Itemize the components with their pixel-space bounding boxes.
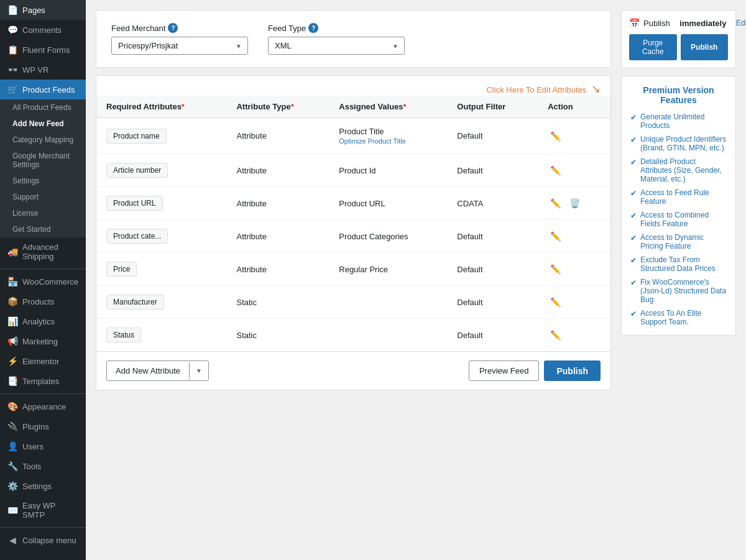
premium-feature-link-2[interactable]: Detailed Product Attributes (Size, Gende… [640, 157, 727, 183]
sidebar-item-advanced-shipping[interactable]: 🚚 Advanced Shipping [0, 237, 86, 266]
sidebar-item-support[interactable]: Support [0, 189, 86, 205]
attr-type-cell-manufacturer: Static [226, 286, 329, 319]
premium-feature-item: ✔ Access to Feed Rule Feature [630, 188, 727, 206]
sidebar-item-plugins[interactable]: 🔌 Plugins [0, 416, 86, 436]
sidebar-item-elementor[interactable]: ⚡ Elementor [0, 351, 86, 371]
premium-feature-link-4[interactable]: Access to Combined Fields Feature [640, 211, 727, 228]
premium-feature-link-7[interactable]: Fix WooCommerce's (Json-Ld) Structured D… [640, 278, 727, 304]
premium-feature-link-1[interactable]: Unique Product Identifiers (Brand, GTIN,… [640, 135, 727, 152]
edit-button-price[interactable]: ✏️ [548, 262, 563, 277]
sidebar-item-products[interactable]: 📦 Products [0, 291, 86, 311]
premium-feature-item: ✔ Unique Product Identifiers (Brand, GTI… [630, 135, 727, 152]
sidebar-item-settings-main[interactable]: ⚙️ Settings [0, 476, 86, 496]
users-icon: 👤 [7, 441, 17, 451]
sidebar-item-templates[interactable]: 📑 Templates [0, 371, 86, 391]
attr-name-cell-article-number: Article number [96, 154, 226, 187]
merchant-help-icon[interactable]: ? [168, 23, 178, 33]
edit-button-product-name[interactable]: ✏️ [548, 129, 563, 144]
sidebar-item-all-product-feeds[interactable]: All Product Feeds [0, 99, 86, 116]
edit-button-status[interactable]: ✏️ [548, 328, 563, 342]
output-filter-cell-product-category: Default [447, 220, 538, 253]
attr-name-cell-product-category: Product cate... [96, 220, 226, 253]
edit-button-manufacturer[interactable]: ✏️ [548, 295, 563, 310]
feed-type-select[interactable]: XML CSV TSV TXT [268, 37, 405, 55]
check-icon: ✔ [630, 234, 637, 242]
collapse-icon: ◀ [7, 535, 17, 545]
preview-feed-button[interactable]: Preview Feed [469, 360, 539, 381]
attr-type-cell-product-category: Attribute [226, 220, 329, 253]
attr-assigned-cell-product-name: Product Title Optimize Product Title [329, 118, 447, 154]
publish-card: 📅 Publish immediately Edit Purge Cache P… [621, 10, 736, 68]
edit-button-article-number[interactable]: ✏️ [548, 163, 563, 178]
premium-feature-link-0[interactable]: Generate Unlimited Products [640, 112, 727, 130]
sidebar-item-fluent-forms[interactable]: 📋 Fluent Forms [0, 40, 86, 60]
attr-name-badge-product-category: Product cate... [106, 229, 168, 244]
main-content: Feed Merchant ? Pricespy/Prisjkat Google… [86, 0, 746, 560]
assigned-value-product-category: Product Categories [339, 232, 408, 241]
sidebar-item-product-feeds[interactable]: 🛒 Product Feeds [0, 80, 86, 99]
sidebar-collapse-menu[interactable]: ◀ Collapse menu [0, 530, 86, 550]
comments-icon: 💬 [7, 25, 17, 35]
table-row: Article number Attribute Product Id Defa… [96, 154, 610, 187]
bottom-bar: Add New Attribute ▼ Preview Feed Publish [96, 351, 610, 390]
sidebar-label-appearance: Appearance [22, 402, 66, 411]
publish-edit-link[interactable]: Edit [736, 19, 746, 27]
publish-button[interactable]: Publish [544, 360, 601, 381]
add-attribute-main-button[interactable]: Add New Attribute [107, 361, 189, 380]
action-cell-product-url: ✏️ 🗑️ [538, 187, 610, 220]
sidebar-label-product-feeds: Product Feeds [22, 85, 75, 94]
sidebar-item-woocommerce[interactable]: 🏪 WooCommerce [0, 272, 86, 291]
sidebar-label-elementor: Elementor [22, 357, 59, 366]
col-assigned-values: Assigned Values* [329, 96, 447, 118]
edit-button-product-url[interactable]: ✏️ [548, 196, 563, 211]
sidebar-item-wp-vr[interactable]: 👓 WP VR [0, 60, 86, 80]
premium-feature-link-8[interactable]: Access To An Elite Support Team. [640, 309, 727, 326]
products-icon: 📦 [7, 296, 17, 306]
edit-attributes-text: Click Here To Edit Attributes [486, 85, 586, 94]
sidebar-item-analytics[interactable]: 📊 Analytics [0, 311, 86, 331]
wp-vr-icon: 👓 [7, 65, 17, 75]
sidebar-item-tools[interactable]: 🔧 Tools [0, 456, 86, 476]
purge-cache-button[interactable]: Purge Cache [629, 34, 677, 60]
premium-feature-link-6[interactable]: Exclude Tax From Structured Data Prices [640, 255, 727, 273]
feed-merchant-select[interactable]: Pricespy/Prisjkat Google Shopping Facebo… [111, 37, 248, 55]
sidebar-item-add-new-feed[interactable]: Add New Feed [0, 116, 86, 132]
sidebar-sublabel-add-new-feed: Add New Feed [12, 119, 64, 128]
attr-name-cell-price: Price [96, 253, 226, 286]
attr-name-badge-product-url: Product URL [106, 196, 163, 211]
col-action: Action [538, 96, 610, 118]
sidebar-item-get-started[interactable]: Get Started [0, 221, 86, 237]
sidebar-item-pages[interactable]: 📄 Pages [0, 0, 86, 20]
premium-title: Premium Version Features [630, 85, 727, 105]
sidebar-item-google-merchant-settings[interactable]: Google Merchant Settings [0, 148, 86, 173]
delete-button-product-url[interactable]: 🗑️ [567, 196, 583, 211]
action-buttons-status: ✏️ [548, 328, 601, 342]
sidebar-item-category-mapping[interactable]: Category Mapping [0, 132, 86, 148]
sidebar-item-appearance[interactable]: 🎨 Appearance [0, 397, 86, 416]
sidebar-item-license[interactable]: License [0, 205, 86, 221]
add-attribute-dropdown-arrow[interactable]: ▼ [189, 362, 208, 379]
sidebar-item-easy-wp-smtp[interactable]: ✉️ Easy WP SMTP [0, 496, 86, 525]
edit-button-product-category[interactable]: ✏️ [548, 229, 563, 244]
sidebar-item-settings[interactable]: Settings [0, 173, 86, 189]
feed-merchant-label: Feed Merchant ? [111, 23, 248, 33]
add-attribute-button[interactable]: Add New Attribute ▼ [106, 360, 209, 381]
output-filter-cell-price: Default [447, 253, 538, 286]
sidebar-label-tools: Tools [22, 462, 41, 471]
optimize-link-product-name[interactable]: Optimize Product Title [339, 137, 437, 145]
sidebar-item-comments[interactable]: 💬 Comments [0, 20, 86, 40]
sidebar-label-fluent-forms: Fluent Forms [22, 45, 70, 55]
attr-name-badge-status: Status [106, 328, 141, 342]
sidebar-item-marketing[interactable]: 📢 Marketing [0, 331, 86, 351]
fluent-forms-icon: 📋 [7, 45, 17, 55]
sidebar-item-users[interactable]: 👤 Users [0, 436, 86, 456]
type-help-icon[interactable]: ? [308, 23, 318, 33]
right-publish-button[interactable]: Publish [681, 34, 729, 60]
feed-type-label: Feed Type ? [268, 23, 405, 33]
sidebar-label-easy-wp-smtp: Easy WP SMTP [22, 501, 78, 520]
premium-feature-link-5[interactable]: Access to Dynamic Pricing Feature [640, 233, 727, 250]
edit-attributes-hint: Click Here To Edit Attributes ↘ [96, 76, 610, 96]
premium-feature-link-3[interactable]: Access to Feed Rule Feature [640, 188, 727, 206]
pages-icon: 📄 [7, 5, 17, 15]
elementor-icon: ⚡ [7, 356, 17, 366]
